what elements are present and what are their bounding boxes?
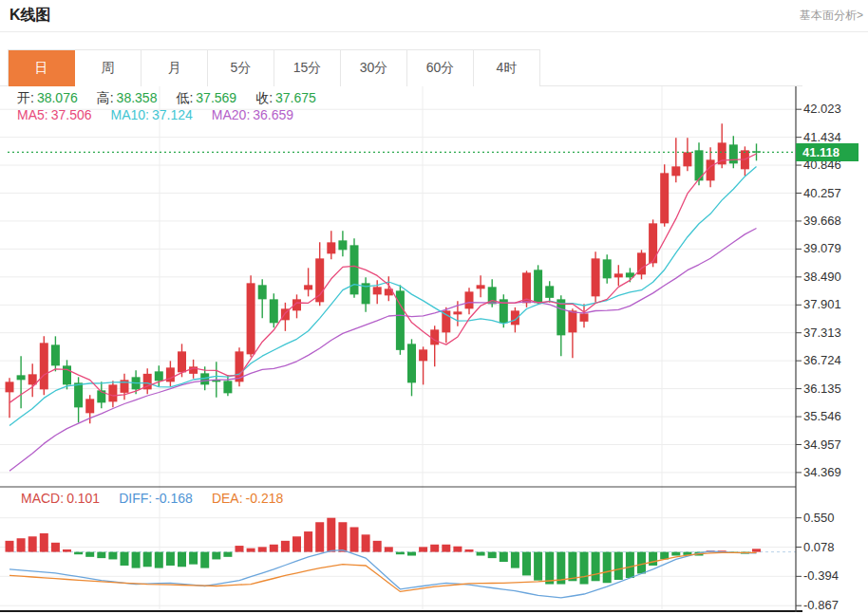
macd-bar [247,549,255,552]
candle-body [545,286,554,298]
info-label: DIFF: [119,491,152,506]
candle-body [74,382,83,407]
tab-30分[interactable]: 30分 [341,50,407,86]
candle-body [465,291,474,308]
info-value: 37.506 [51,107,92,122]
tab-月[interactable]: 月 [142,50,208,86]
candle-body [649,223,657,263]
macd-bar [671,552,680,556]
macd-bar [545,552,554,585]
macd-bar [143,552,152,567]
candle-body [580,313,589,322]
candle-body [568,310,576,332]
info-segment: 低:37.569 [176,90,236,107]
candle-body [603,259,612,278]
macd-bar [580,552,589,585]
macd-bar [637,552,646,574]
macd-bar [373,541,382,552]
info-label: MACD: [21,491,64,506]
candle-body [477,285,485,288]
fundamental-analysis-link[interactable]: 基本面分析> [800,8,863,24]
macd-bar [85,552,94,557]
macd-tick-label: -0.394 [803,568,839,583]
candle-body [442,310,450,332]
candle-body [660,173,669,223]
macd-bar [97,552,105,559]
macd-bar [465,549,474,552]
macd-bar [419,547,427,551]
info-value: 0.101 [66,491,100,506]
tab-60分[interactable]: 60分 [407,50,474,86]
macd-bar [752,549,761,551]
macd-bar [649,552,657,566]
macd-bar [511,552,519,568]
price-tick-label: 42.023 [803,102,841,116]
candle-body [258,285,267,299]
macd-bar [292,536,301,551]
macd-bar [453,547,462,552]
info-label: MA5: [17,107,48,122]
candle-body [407,344,416,382]
macd-bar [132,552,141,568]
macd-bar [385,547,393,551]
candle-body [534,270,542,303]
info-segment: MA20:36.659 [212,107,293,122]
tab-4时[interactable]: 4时 [474,50,540,86]
info-segment: DIFF:-0.168 [119,491,193,506]
price-tick-label: 34.957 [803,437,841,452]
tab-5分[interactable]: 5分 [208,50,274,86]
macd-bar [327,518,335,552]
current-price-badge: 41.118 [796,143,859,161]
info-segment: DEA:-0.218 [212,491,283,506]
candle-body [155,371,163,381]
macd-bar [603,552,612,584]
candle-body [247,283,255,354]
macd-tick-label: 0.550 [803,511,835,525]
macd-bar [534,552,542,581]
candle-body [338,240,347,250]
candle-body [178,351,186,372]
info-label: 收: [255,90,273,107]
macd-bar [442,545,450,552]
macd-bar [396,552,405,555]
macd-bar [281,541,290,552]
candle-body [419,349,427,361]
macd-bar [362,534,370,551]
macd-bar [28,536,37,551]
candle-body [40,343,48,389]
candle-body [614,273,623,277]
tab-周[interactable]: 周 [75,50,142,86]
macd-bar [212,552,220,560]
macd-bar [223,552,232,557]
price-tick-label: 36.724 [803,353,841,367]
macd-bar [488,552,497,559]
info-segment: MA10:37.124 [111,107,193,122]
candle-body [350,245,359,294]
macd-bar [74,552,83,555]
info-label: 高: [97,90,114,107]
price-tick-label: 39.079 [803,241,841,255]
candle-body [108,384,117,401]
info-value: -0.218 [246,491,284,506]
candle-body [304,285,312,289]
price-tick-label: 35.546 [803,409,841,423]
info-label: MA20: [212,107,250,122]
macd-bar [178,552,186,567]
info-label: MA10: [111,107,149,122]
tab-日[interactable]: 日 [9,50,75,86]
ohlc-info-row: 开:38.076高:38.358低:37.569收:37.675 [17,90,316,107]
macd-tick-label: -0.867 [803,598,839,612]
info-value: 36.659 [253,107,293,122]
macd-bar [338,522,347,551]
price-tick-label: 34.369 [803,465,841,479]
macd-bar [350,527,359,551]
macd-bar [592,552,600,582]
macd-bar [51,543,60,552]
macd-bar [200,552,209,568]
candle-body [223,381,232,393]
macd-bar [63,549,71,552]
info-value: 38.076 [37,90,78,107]
macd-bar [430,545,439,552]
tab-15分[interactable]: 15分 [274,50,341,86]
info-segment: MA5:37.506 [17,107,92,122]
